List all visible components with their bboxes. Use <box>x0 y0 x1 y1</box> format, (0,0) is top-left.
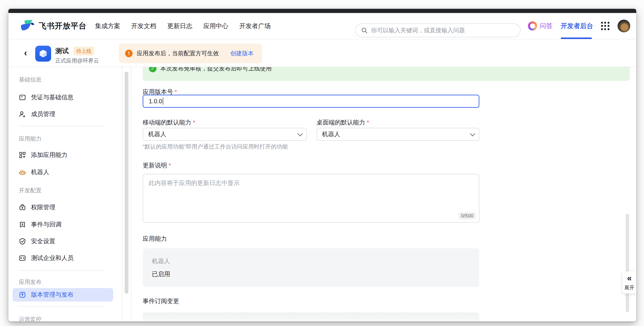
capability-hint: “默认的应用功能”即用户通过工作台访问应用时打开的功能 <box>143 143 288 150</box>
qa-link[interactable]: 问答 <box>528 21 553 30</box>
browser-window: 飞书开放平台 集成方案 开发文档 更新日志 应用中心 开发者广场 <box>8 9 636 322</box>
active-tab-underline <box>561 38 592 39</box>
sidebar-item-test-company[interactable]: 测试企业和人员 <box>12 252 113 265</box>
event-subscription-heading: 事件订阅变更 <box>143 297 179 306</box>
create-version-link[interactable]: 创建版本 <box>230 50 254 58</box>
qa-label: 问答 <box>540 22 553 30</box>
app-title: 测试 <box>55 46 69 56</box>
expand-panel-button[interactable]: « 展开 <box>622 271 636 294</box>
sidebar-item-permissions[interactable]: 权限管理 <box>12 201 113 214</box>
nav-menu: 集成方案 开发文档 更新日志 应用中心 开发者广场 <box>95 13 271 39</box>
desktop-capability-select[interactable]: 机器人 <box>316 128 479 141</box>
sidebar-item-events-callbacks[interactable]: 事件与回调 <box>12 218 113 231</box>
app-capability-box: 机器人 已启用 <box>143 248 479 287</box>
capability-status: 已启用 <box>152 270 170 278</box>
textarea-placeholder: 此内容将于应用的更新日志中显示 <box>148 180 240 186</box>
main-scrollbar-thumb[interactable] <box>626 214 629 312</box>
search-icon <box>361 27 368 34</box>
nav-item-docs[interactable]: 开发文档 <box>131 22 156 30</box>
sidebar-item-bot[interactable]: 机器人 <box>12 166 113 179</box>
grid-plus-icon <box>19 152 26 158</box>
capability-name: 机器人 <box>152 257 170 266</box>
app-header: ‹ 测试 待上线 正式应用@环界云 ! 应用发布后，当前配置方可生效 创建版本 <box>8 40 636 67</box>
mobile-capability-select[interactable]: 机器人 <box>143 128 307 141</box>
sidebar-section-basic-info: 基础信息 <box>19 76 42 84</box>
warning-icon: ! <box>125 50 132 57</box>
status-badge: 待上线 <box>73 47 94 56</box>
sidebar: 基础信息 凭证与基础信息 <box>8 67 122 322</box>
sidebar-scrollbar[interactable] <box>122 67 131 322</box>
char-counter: 0/500 <box>458 212 476 220</box>
apps-grid-icon[interactable] <box>601 22 610 30</box>
sidebar-section-release: 应用发布 <box>19 278 42 286</box>
text-caret <box>163 98 163 105</box>
sidebar-divider <box>18 126 106 126</box>
app-capability-heading: 应用能力 <box>143 235 167 243</box>
required-asterisk: * <box>175 89 177 95</box>
warning-text: 应用发布后，当前配置方可生效 <box>137 50 219 58</box>
shield-check-icon <box>19 238 26 245</box>
success-banner-text: 本次发布免审核，提交发布后即可上线使用 <box>160 67 272 72</box>
app-subtitle: 正式应用@环界云 <box>55 57 99 64</box>
credential-card-icon <box>19 94 26 101</box>
member-add-icon <box>19 110 26 118</box>
main-content: ✓ 本次发布免审核，提交发布后即可上线使用 应用版本号* 1.0.0 移动端的默… <box>132 67 636 322</box>
page-body: 基础信息 凭证与基础信息 <box>8 67 636 322</box>
sidebar-divider <box>18 306 106 307</box>
desktop-capability-label: 桌面端的默认能力* <box>316 118 369 127</box>
version-input[interactable]: 1.0.0 <box>143 95 479 108</box>
bookmark-plus-icon <box>19 221 26 228</box>
sidebar-section-monitoring: 运营监控 <box>19 316 42 322</box>
expand-label: 展开 <box>624 284 634 291</box>
sidebar-section-capabilities: 应用能力 <box>19 135 42 142</box>
publish-arrow-icon <box>19 291 26 298</box>
nav-item-dev-plaza[interactable]: 开发者广场 <box>239 22 271 30</box>
review-free-banner: ✓ 本次发布免审核，提交发布后即可上线使用 <box>143 67 630 81</box>
chevron-down-icon <box>470 131 475 136</box>
sidebar-item-security[interactable]: 安全设置 <box>12 235 113 248</box>
sidebar-item-version-release[interactable]: 版本管理与发布 <box>12 288 113 302</box>
app-icon <box>35 46 51 62</box>
sidebar-item-credentials[interactable]: 凭证与基础信息 <box>12 91 113 104</box>
code-brackets-icon <box>19 254 26 262</box>
screen: 飞书开放平台 集成方案 开发文档 更新日志 应用中心 开发者广场 <box>0 0 644 326</box>
sidebar-scrollbar-thumb[interactable] <box>125 72 128 294</box>
search-box[interactable] <box>355 24 520 37</box>
sidebar-divider <box>18 270 106 271</box>
sidebar-item-members[interactable]: 成员管理 <box>12 108 113 121</box>
logo-text: 飞书开放平台 <box>39 21 86 31</box>
avatar[interactable] <box>618 20 630 32</box>
nav-item-app-center[interactable]: 应用中心 <box>203 22 228 30</box>
nav-item-integration[interactable]: 集成方案 <box>95 22 120 30</box>
briefcase-lock-icon <box>19 204 26 211</box>
sidebar-section-dev-config: 开发配置 <box>19 187 42 194</box>
sidebar-item-add-capability[interactable]: 添加应用能力 <box>12 148 113 162</box>
developer-console-link[interactable]: 开发者后台 <box>560 22 593 30</box>
feishu-logo[interactable]: 飞书开放平台 <box>20 13 86 39</box>
search-input[interactable] <box>371 27 515 34</box>
window-titlebar <box>8 9 636 13</box>
double-chevron-left-icon: « <box>627 274 632 282</box>
nav-item-changelog[interactable]: 更新日志 <box>167 22 192 30</box>
mobile-capability-label: 移动端的默认能力* <box>143 118 195 127</box>
qa-gradient-ring-icon <box>528 21 537 30</box>
chevron-down-icon <box>298 131 303 136</box>
update-notes-textarea[interactable]: 此内容将于应用的更新日志中显示 0/500 <box>143 174 479 222</box>
success-check-icon: ✓ <box>149 67 156 72</box>
nav-right-cluster: 问答 开发者后台 <box>528 13 630 39</box>
publish-warning-banner: ! 应用发布后，当前配置方可生效 创建版本 <box>119 44 262 63</box>
feishu-logo-icon <box>20 19 35 33</box>
top-nav: 飞书开放平台 集成方案 开发文档 更新日志 应用中心 开发者广场 <box>8 13 636 40</box>
event-subscription-box <box>143 312 479 322</box>
update-notes-label: 更新说明* <box>143 161 171 170</box>
robot-icon <box>19 169 26 176</box>
back-button[interactable]: ‹ <box>21 46 30 59</box>
